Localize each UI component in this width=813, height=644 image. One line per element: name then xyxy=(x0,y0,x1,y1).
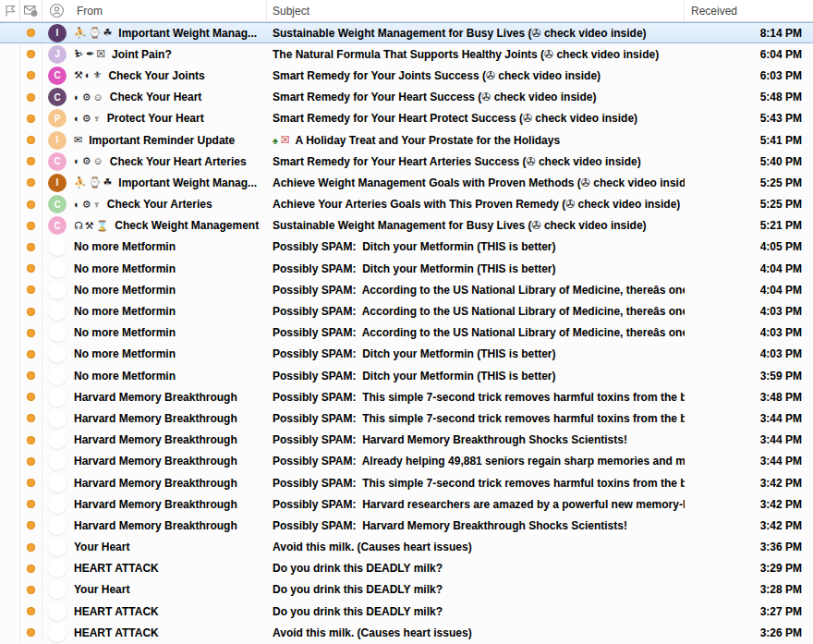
read-status-cell[interactable] xyxy=(20,300,42,322)
flag-cell[interactable] xyxy=(0,344,20,365)
read-status-cell[interactable] xyxy=(20,365,42,386)
read-status-cell[interactable] xyxy=(20,151,42,172)
read-status-cell[interactable] xyxy=(20,322,42,344)
email-row[interactable]: HEART ATTACKDo you drink this DEADLY mil… xyxy=(0,601,813,622)
read-status-cell[interactable] xyxy=(20,87,42,108)
email-row[interactable]: I✉Important Reminder Update♠☒ A Holiday … xyxy=(0,129,813,151)
email-row[interactable]: Harvard Memory BreakthroughPossibly SPAM… xyxy=(0,430,813,451)
flag-cell[interactable] xyxy=(0,279,20,300)
read-status-cell[interactable] xyxy=(20,129,42,151)
read-status-cell[interactable] xyxy=(20,43,42,65)
email-row[interactable]: No more MetforminPossibly SPAM: Ditch yo… xyxy=(0,258,813,279)
read-status-cell[interactable] xyxy=(20,344,42,365)
email-row[interactable]: No more MetforminPossibly SPAM: Accordin… xyxy=(0,322,813,344)
read-status-cell[interactable] xyxy=(20,493,42,515)
read-status-cell[interactable] xyxy=(20,258,42,279)
subject-cell: Smart Remedy for Your Heart Protect Succ… xyxy=(267,108,685,129)
subject-cell: Smart Remedy for Your Joints Success (✇ … xyxy=(267,65,685,86)
read-status-cell[interactable] xyxy=(20,451,42,472)
column-header-received[interactable]: Received xyxy=(685,0,813,21)
email-row[interactable]: J⛷✒☒Joint Pain?The Natural Formula That … xyxy=(0,43,813,65)
read-status-cell[interactable] xyxy=(20,386,42,407)
email-row[interactable]: C⚒◐⚜Check Your JointsSmart Remedy for Yo… xyxy=(0,65,813,86)
email-row[interactable]: Harvard Memory BreakthroughPossibly SPAM… xyxy=(0,515,813,536)
read-status-cell[interactable] xyxy=(20,515,42,536)
flag-cell[interactable] xyxy=(0,493,20,515)
read-status-cell[interactable] xyxy=(20,472,42,493)
flag-cell[interactable] xyxy=(0,622,20,643)
email-row[interactable]: No more MetforminPossibly SPAM: Ditch yo… xyxy=(0,365,813,386)
flag-cell[interactable] xyxy=(0,579,20,601)
sender-cell: Harvard Memory Breakthrough xyxy=(72,515,267,536)
subject-column-label: Subject xyxy=(273,5,309,18)
column-header-read-status[interactable] xyxy=(20,0,42,21)
flag-cell[interactable] xyxy=(0,300,20,322)
read-status-cell[interactable] xyxy=(20,579,42,601)
avatar-cell xyxy=(42,601,72,622)
email-row[interactable]: I⛹⌚☘Important Weight Manag...Sustainable… xyxy=(0,22,813,43)
email-row[interactable]: I⛹⌚☘Important Weight Manag...Achieve Wei… xyxy=(0,172,813,193)
flag-cell[interactable] xyxy=(0,237,20,258)
column-header-flag[interactable] xyxy=(0,0,20,21)
email-row[interactable]: Harvard Memory BreakthroughPossibly SPAM… xyxy=(0,472,813,493)
email-row[interactable]: HEART ATTACKAvoid this milk. (Causes hea… xyxy=(0,622,813,643)
flag-cell[interactable] xyxy=(0,472,20,493)
flag-cell[interactable] xyxy=(0,365,20,386)
read-status-cell[interactable] xyxy=(20,23,42,43)
flag-cell[interactable] xyxy=(0,151,20,172)
flag-cell[interactable] xyxy=(0,43,20,65)
read-status-cell[interactable] xyxy=(20,237,42,258)
read-status-cell[interactable] xyxy=(20,537,42,558)
read-status-cell[interactable] xyxy=(20,108,42,129)
flag-cell[interactable] xyxy=(0,451,20,472)
email-row[interactable]: C◐⚙☺Check Your HeartSmart Remedy for You… xyxy=(0,87,813,108)
email-row[interactable]: HEART ATTACKDo you drink this DEADLY mil… xyxy=(0,558,813,579)
flag-cell[interactable] xyxy=(0,386,20,407)
email-row[interactable]: Your HeartDo you drink this DEADLY milk?… xyxy=(0,579,813,601)
subject-text: A Holiday Treat and Your Prostate for th… xyxy=(293,134,560,147)
flag-cell[interactable] xyxy=(0,258,20,279)
flag-cell[interactable] xyxy=(0,515,20,536)
flag-cell[interactable] xyxy=(0,172,20,193)
flag-cell[interactable] xyxy=(0,430,20,451)
read-status-cell[interactable] xyxy=(20,601,42,622)
column-header-from[interactable]: From xyxy=(42,0,267,21)
email-row[interactable]: No more MetforminPossibly SPAM: Ditch yo… xyxy=(0,344,813,365)
flag-cell[interactable] xyxy=(0,87,20,108)
email-row[interactable]: P◐⚙♆Protect Your HeartSmart Remedy for Y… xyxy=(0,108,813,129)
flag-cell[interactable] xyxy=(0,601,20,622)
read-status-cell[interactable] xyxy=(20,407,42,429)
email-row[interactable]: C◐⚙☺Check Your Heart ArteriesSmart Remed… xyxy=(0,151,813,172)
read-status-cell[interactable] xyxy=(20,622,42,643)
flag-cell[interactable] xyxy=(0,129,20,151)
flag-cell[interactable] xyxy=(0,558,20,579)
column-header-subject[interactable]: Subject xyxy=(267,0,685,21)
read-status-cell[interactable] xyxy=(20,430,42,451)
unread-dot-icon xyxy=(27,414,35,422)
email-row[interactable]: C◐⚙♆Check Your ArteriesAchieve Your Arte… xyxy=(0,194,813,215)
flag-cell[interactable] xyxy=(0,108,20,129)
email-row[interactable]: Harvard Memory BreakthroughPossibly SPAM… xyxy=(0,493,813,515)
sender-emoji-icons: ⚒◐⚜ xyxy=(74,69,103,81)
flag-cell[interactable] xyxy=(0,65,20,86)
email-row[interactable]: No more MetforminPossibly SPAM: Ditch yo… xyxy=(0,237,813,258)
email-row[interactable]: Harvard Memory BreakthroughPossibly SPAM… xyxy=(0,386,813,407)
read-status-cell[interactable] xyxy=(20,65,42,86)
read-status-cell[interactable] xyxy=(20,279,42,300)
flag-cell[interactable] xyxy=(0,537,20,558)
email-row[interactable]: Your HeartAvoid this milk. (Causes heart… xyxy=(0,537,813,558)
flag-cell[interactable] xyxy=(0,215,20,237)
email-row[interactable]: Harvard Memory BreakthroughPossibly SPAM… xyxy=(0,407,813,429)
flag-cell[interactable] xyxy=(0,322,20,344)
read-status-cell[interactable] xyxy=(20,558,42,579)
email-row[interactable]: Harvard Memory BreakthroughPossibly SPAM… xyxy=(0,451,813,472)
read-status-cell[interactable] xyxy=(20,172,42,193)
flag-cell[interactable] xyxy=(0,23,20,43)
email-row[interactable]: No more MetforminPossibly SPAM: Accordin… xyxy=(0,279,813,300)
email-row[interactable]: No more MetforminPossibly SPAM: Accordin… xyxy=(0,300,813,322)
read-status-cell[interactable] xyxy=(20,194,42,215)
read-status-cell[interactable] xyxy=(20,215,42,237)
flag-cell[interactable] xyxy=(0,407,20,429)
email-row[interactable]: C☊⚒⌛Check Weight ManagementSustainable W… xyxy=(0,215,813,237)
flag-cell[interactable] xyxy=(0,194,20,215)
